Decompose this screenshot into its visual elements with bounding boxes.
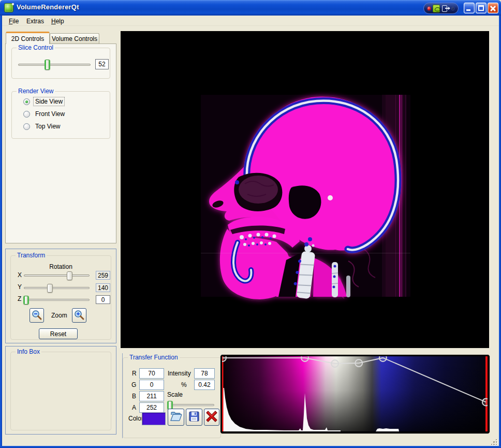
- slice-value-field[interactable]: 52: [95, 59, 109, 69]
- rotation-x-value: 259: [96, 271, 110, 280]
- app-window: VolumeRendererQt File Extras Help 2D Con…: [0, 0, 501, 448]
- color-label: Color: [128, 415, 143, 422]
- histogram: [222, 388, 488, 431]
- rotation-y-slider[interactable]: [24, 287, 90, 289]
- curve-control-point[interactable]: [379, 356, 387, 362]
- radio-side-view[interactable]: Side View: [23, 97, 65, 106]
- slice-slider-handle[interactable]: [45, 60, 50, 70]
- render-view-group: Render View Side View Front View Top Vie…: [11, 91, 110, 139]
- rotation-y-handle[interactable]: [47, 284, 53, 293]
- resize-grip-icon[interactable]: [491, 439, 497, 445]
- curve-control-point[interactable]: [331, 360, 338, 367]
- channel-b-field[interactable]: 211: [139, 391, 164, 401]
- rotation-label: Rotation: [11, 263, 111, 270]
- channel-r-label: R: [132, 370, 137, 377]
- render-viewport[interactable]: [121, 31, 489, 348]
- radio-icon[interactable]: [23, 123, 30, 130]
- head-slice-render: [121, 31, 489, 348]
- radio-top-view[interactable]: Top View: [23, 122, 62, 131]
- delete-cross-icon: [205, 410, 218, 424]
- menubar: File Extras Help: [2, 16, 499, 26]
- radio-icon[interactable]: [23, 98, 30, 105]
- load-transfer-function-button[interactable]: [168, 409, 184, 426]
- rotation-z-slider[interactable]: [24, 299, 90, 301]
- menu-help[interactable]: Help: [48, 17, 68, 25]
- rotation-x-slider[interactable]: [24, 274, 90, 277]
- slice-control-group: Slice Control 52: [11, 48, 110, 79]
- slice-slider[interactable]: [18, 64, 91, 66]
- radio-icon[interactable]: [23, 111, 30, 118]
- channel-g-field[interactable]: 0: [139, 380, 164, 390]
- percent-label: %: [181, 381, 187, 388]
- info-box-title: Info Box: [16, 348, 41, 355]
- transfer-function-canvas[interactable]: [222, 356, 488, 431]
- rotation-z-handle[interactable]: [23, 296, 29, 305]
- tab-volume-controls[interactable]: Volume Controls: [50, 33, 99, 44]
- dark-dot-icon[interactable]: [451, 7, 454, 10]
- tab-2d-controls[interactable]: 2D Controls: [6, 32, 50, 44]
- transfer-function-plot[interactable]: [220, 354, 490, 434]
- color-swatch[interactable]: [142, 412, 166, 425]
- radio-front-view[interactable]: Front View: [23, 110, 67, 118]
- channel-g-label: G: [131, 381, 136, 388]
- rotation-x-handle[interactable]: [67, 271, 72, 280]
- nvidia-tray-widget[interactable]: [423, 3, 459, 14]
- close-button[interactable]: [488, 3, 498, 13]
- axis-y-label: Y: [18, 283, 22, 291]
- scale-slider[interactable]: [168, 404, 214, 406]
- curve-control-point[interactable]: [301, 356, 308, 362]
- minimize-button[interactable]: [464, 3, 475, 13]
- transfer-curve[interactable]: [222, 356, 488, 406]
- menu-file[interactable]: File: [5, 17, 22, 25]
- window-title: VolumeRendererQt: [17, 3, 79, 11]
- magnifier-plus-icon: [73, 310, 85, 321]
- status-bar: [2, 439, 499, 446]
- render-view-title: Render View: [17, 88, 55, 95]
- exit-arrow-icon[interactable]: [442, 5, 449, 12]
- window-border-bottom: [0, 446, 501, 448]
- delete-transfer-function-button[interactable]: [204, 409, 219, 426]
- window-border-left: [0, 16, 2, 448]
- percent-field[interactable]: 0.42: [194, 380, 215, 390]
- axis-x-label: X: [18, 271, 22, 279]
- axis-z-label: Z: [18, 295, 21, 302]
- channel-a-label: A: [132, 404, 136, 411]
- intensity-field[interactable]: 78: [194, 368, 215, 379]
- maximize-button[interactable]: [476, 3, 487, 13]
- channel-a-field[interactable]: 252: [139, 402, 164, 413]
- left-edge-marker: [222, 356, 224, 431]
- rotation-y-value: 140: [96, 283, 110, 292]
- channel-r-field[interactable]: 70: [139, 368, 164, 379]
- transfer-function-title: Transfer Function: [128, 354, 180, 361]
- titlebar[interactable]: VolumeRendererQt: [0, 0, 501, 16]
- right-edge-marker: [485, 356, 488, 431]
- curve-control-point[interactable]: [222, 356, 226, 362]
- window-border-right: [499, 16, 501, 448]
- slice-control-title: Slice Control: [17, 44, 55, 51]
- save-floppy-icon: [188, 411, 200, 424]
- zoom-label: Zoom: [51, 312, 67, 319]
- app-icon: [4, 3, 13, 12]
- info-box-panel: Info Box: [5, 346, 116, 435]
- record-dot-icon[interactable]: [428, 7, 431, 10]
- transfer-function-group: Transfer Function R 70 G 0 B 211 A 252 I…: [123, 357, 221, 438]
- zoom-out-button[interactable]: [30, 308, 44, 323]
- channel-b-label: B: [132, 393, 136, 400]
- zoom-in-button[interactable]: [72, 308, 86, 323]
- transform-title: Transform: [16, 252, 47, 259]
- reset-button[interactable]: Reset: [39, 328, 78, 339]
- open-folder-icon: [170, 411, 182, 424]
- scale-label: Scale: [167, 391, 183, 398]
- info-box-group: Info Box: [10, 352, 111, 430]
- save-transfer-function-button[interactable]: [186, 409, 202, 426]
- transform-panel: Transform Rotation X 259 Y 140 Z 0: [5, 249, 116, 343]
- transform-group: Transform Rotation X 259 Y 140 Z 0: [10, 255, 111, 340]
- magnifier-minus-icon: [31, 310, 42, 321]
- curve-control-point[interactable]: [482, 398, 488, 406]
- curve-control-point[interactable]: [355, 359, 362, 367]
- nvidia-logo-icon[interactable]: [433, 5, 440, 12]
- rotation-z-value[interactable]: 0: [96, 295, 110, 304]
- menu-extras[interactable]: Extras: [23, 17, 48, 25]
- intensity-label: Intensity: [168, 370, 191, 377]
